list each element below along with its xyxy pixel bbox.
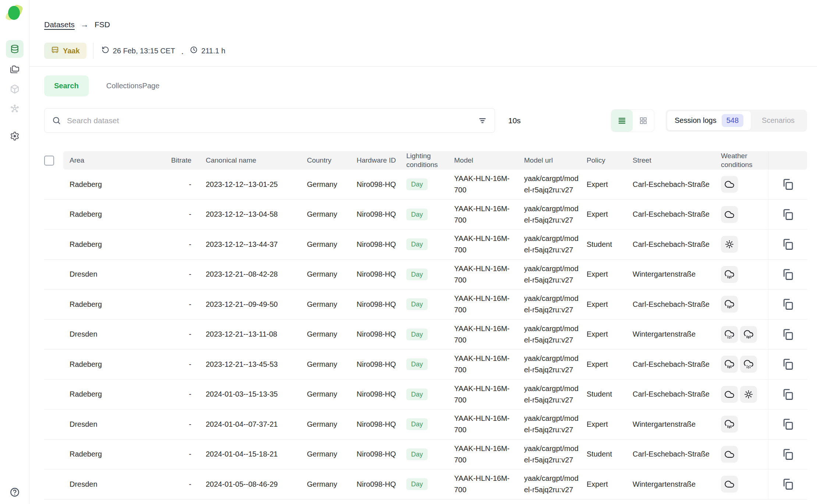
cell-lighting: Day <box>398 440 446 469</box>
row-checkbox-cell <box>44 290 63 319</box>
cell-model_url: yaak/cargpt/model-r5ajq2ru:v27 <box>516 380 579 409</box>
copy-button[interactable] <box>782 238 794 251</box>
grid-view-button[interactable] <box>633 110 654 132</box>
cell-model_url: yaak/cargpt/model-r5ajq2ru:v27 <box>516 290 579 319</box>
table-row[interactable]: Dresden - 2024-01-04--07-37-21 Germany N… <box>44 409 807 440</box>
cell-area: Dresden <box>63 320 166 349</box>
sun-icon <box>740 386 757 403</box>
search-input[interactable] <box>67 116 478 125</box>
cell-policy: Expert <box>579 469 625 499</box>
table-row[interactable]: Radeberg - 2024-01-04--15-18-21 Germany … <box>44 440 807 470</box>
cell-lighting: Day <box>398 469 446 499</box>
cell-country: Germany <box>299 230 349 259</box>
row-checkbox-cell <box>44 409 63 439</box>
copy-button[interactable] <box>782 178 794 191</box>
cell-canonical_name: 2024-01-03--15-13-35 <box>198 380 299 409</box>
table-row[interactable]: Radeberg - 2023-12-12--13-04-58 Germany … <box>44 200 807 230</box>
lighting-badge: Day <box>406 329 428 340</box>
cell-model: YAAK-HLN-16M-700 <box>446 230 516 259</box>
copy-button[interactable] <box>782 298 794 310</box>
robot-badge[interactable]: Yaak <box>44 43 86 59</box>
cell-model_url: yaak/cargpt/model-r5ajq2ru:v27 <box>516 200 579 230</box>
cell-model: YAAK-HLN-16M-700 <box>446 380 516 409</box>
copy-button[interactable] <box>782 478 794 490</box>
meta-separator: . <box>182 49 183 56</box>
row-checkbox-cell <box>44 440 63 469</box>
session-logs-segment[interactable]: Session logs 548 <box>667 111 751 130</box>
table-row[interactable]: Radeberg - 2023-12-12--13-44-37 Germany … <box>44 230 807 260</box>
tab-search[interactable]: Search <box>44 75 89 96</box>
help-button[interactable] <box>10 487 20 497</box>
database-icon <box>10 44 20 54</box>
cell-country: Germany <box>299 200 349 230</box>
sidebar-item-nodes[interactable] <box>10 104 20 114</box>
cell-bitrate: - <box>166 409 198 439</box>
copy-button[interactable] <box>782 268 794 281</box>
cloud-icon <box>721 386 738 403</box>
scenarios-segment[interactable]: Scenarios <box>751 116 806 125</box>
table-row[interactable]: Radeberg - 2023-12-21--09-49-50 Germany … <box>44 290 807 320</box>
filter-button[interactable] <box>478 116 487 125</box>
gear-icon <box>10 131 20 141</box>
cell-actions <box>768 469 807 499</box>
cell-weather <box>713 469 768 499</box>
tab-collections-page[interactable]: CollectionsPage <box>106 82 160 90</box>
table-row[interactable]: Dresden - 2023-12-21--08-42-28 Germany N… <box>44 260 807 290</box>
lighting-badge: Day <box>406 238 428 250</box>
breadcrumb-datasets-link[interactable]: Datasets <box>44 20 75 29</box>
table-row[interactable]: Radeberg - 2023-12-21--13-45-53 Germany … <box>44 349 807 380</box>
cell-policy: Expert <box>579 170 625 199</box>
cell-lighting: Day <box>398 230 446 259</box>
cell-policy: Expert <box>579 290 625 319</box>
copy-button[interactable] <box>782 448 794 461</box>
cell-area: Radeberg <box>63 349 166 379</box>
table-row[interactable]: Radeberg - 2024-01-03--15-13-35 Germany … <box>44 380 807 410</box>
copy-icon <box>782 336 794 342</box>
drizzle-icon <box>721 326 738 343</box>
list-view-button[interactable] <box>611 110 633 132</box>
select-all-checkbox[interactable] <box>44 156 54 166</box>
toolbar: 10s Session logs 548 Scenarios <box>44 108 807 133</box>
table-row[interactable]: Radeberg - 2023-12-12--13-01-25 Germany … <box>44 170 807 200</box>
search-icon <box>52 116 61 125</box>
help-icon <box>10 492 20 498</box>
cell-actions <box>768 409 807 439</box>
column-header-model: Model <box>446 151 516 170</box>
copy-icon <box>782 216 794 222</box>
table-row[interactable]: Dresden - 2024-01-05--08-46-29 Germany N… <box>44 469 807 500</box>
copy-button[interactable] <box>782 208 794 221</box>
table-row[interactable]: Dresden - 2023-12-21--13-11-08 Germany N… <box>44 320 807 350</box>
cell-hardware_id: Niro098-HQ <box>349 260 398 290</box>
cloud-icon <box>721 206 738 223</box>
copy-button[interactable] <box>782 388 794 401</box>
sidebar-item-models[interactable] <box>10 84 20 94</box>
cell-country: Germany <box>299 380 349 409</box>
cell-country: Germany <box>299 260 349 290</box>
cell-area: Radeberg <box>63 230 166 259</box>
column-header-canonical_name: Canonical name <box>198 151 299 170</box>
network-icon <box>10 104 20 114</box>
cell-canonical_name: 2024-01-04--07-37-21 <box>198 409 299 439</box>
cell-lighting: Day <box>398 380 446 409</box>
row-checkbox-cell <box>44 469 63 499</box>
column-header-model_url: Model url <box>516 151 579 170</box>
main-content: Datasets → FSD Yaak 26 Feb, 13:15 CET . … <box>29 20 817 500</box>
sidebar-item-collections[interactable] <box>10 64 20 74</box>
sidebar-item-datasets[interactable] <box>6 40 24 58</box>
lighting-badge: Day <box>406 418 428 430</box>
copy-button[interactable] <box>782 328 794 341</box>
cell-actions <box>768 320 807 349</box>
cell-model: YAAK-HLN-16M-700 <box>446 200 516 230</box>
copy-button[interactable] <box>782 418 794 430</box>
cell-area: Radeberg <box>63 170 166 199</box>
cell-country: Germany <box>299 290 349 319</box>
cell-canonical_name: 2024-01-04--15-18-21 <box>198 440 299 469</box>
cell-area: Dresden <box>63 409 166 439</box>
cell-street: Carl-Eschebach-Straße <box>625 170 713 199</box>
total-hours: 211.1 h <box>190 46 225 56</box>
divider <box>93 43 93 59</box>
cell-lighting: Day <box>398 409 446 439</box>
sidebar-item-settings[interactable] <box>10 131 20 141</box>
copy-button[interactable] <box>782 358 794 370</box>
cell-model: YAAK-HLN-16M-700 <box>446 260 516 290</box>
